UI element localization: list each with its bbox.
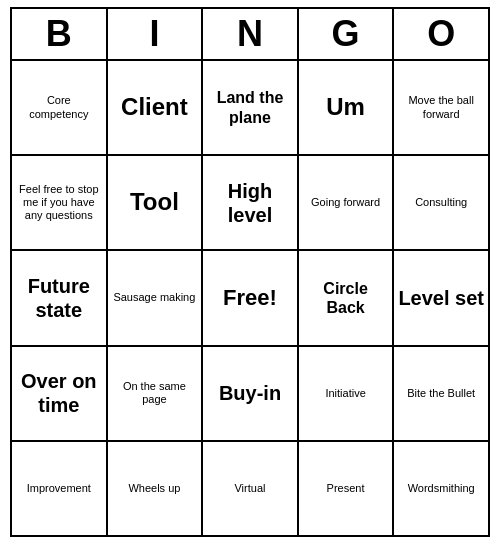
cell-0-4: Move the ball forward — [394, 61, 488, 154]
cell-2-4: Level set — [394, 251, 488, 344]
row-3: Over on timeOn the same pageBuy-inInitia… — [12, 347, 488, 442]
header-letter-I: I — [108, 9, 204, 59]
cell-2-1: Sausage making — [108, 251, 204, 344]
cell-0-2: Land the plane — [203, 61, 299, 154]
cell-4-3: Present — [299, 442, 395, 535]
cell-2-0: Future state — [12, 251, 108, 344]
cell-4-4: Wordsmithing — [394, 442, 488, 535]
header-letter-B: B — [12, 9, 108, 59]
row-0: Core competencyClientLand the planeUmMov… — [12, 61, 488, 156]
cell-3-2: Buy-in — [203, 347, 299, 440]
row-1: Feel free to stop me if you have any que… — [12, 156, 488, 251]
header-letter-N: N — [203, 9, 299, 59]
header-letter-O: O — [394, 9, 488, 59]
bingo-grid: Core competencyClientLand the planeUmMov… — [12, 61, 488, 535]
cell-0-0: Core competency — [12, 61, 108, 154]
cell-1-2: High level — [203, 156, 299, 249]
cell-3-0: Over on time — [12, 347, 108, 440]
cell-1-0: Feel free to stop me if you have any que… — [12, 156, 108, 249]
bingo-header: BINGO — [12, 9, 488, 61]
cell-3-3: Initiative — [299, 347, 395, 440]
cell-0-1: Client — [108, 61, 204, 154]
bingo-card: BINGO Core competencyClientLand the plan… — [10, 7, 490, 537]
cell-4-0: Improvement — [12, 442, 108, 535]
cell-2-2: Free! — [203, 251, 299, 344]
cell-0-3: Um — [299, 61, 395, 154]
cell-3-4: Bite the Bullet — [394, 347, 488, 440]
header-letter-G: G — [299, 9, 395, 59]
row-2: Future stateSausage makingFree!Circle Ba… — [12, 251, 488, 346]
cell-1-1: Tool — [108, 156, 204, 249]
cell-4-2: Virtual — [203, 442, 299, 535]
cell-3-1: On the same page — [108, 347, 204, 440]
cell-1-4: Consulting — [394, 156, 488, 249]
cell-2-3: Circle Back — [299, 251, 395, 344]
row-4: ImprovementWheels upVirtualPresentWordsm… — [12, 442, 488, 535]
cell-1-3: Going forward — [299, 156, 395, 249]
cell-4-1: Wheels up — [108, 442, 204, 535]
